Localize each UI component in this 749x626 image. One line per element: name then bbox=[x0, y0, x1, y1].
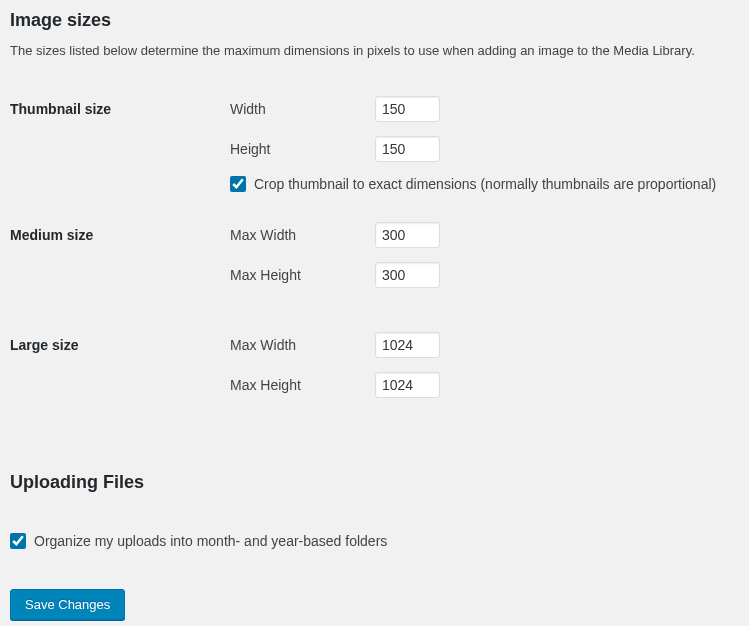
thumbnail-width-label: Width bbox=[230, 101, 375, 117]
save-changes-button[interactable]: Save Changes bbox=[10, 589, 125, 620]
large-max-height-input[interactable] bbox=[375, 372, 440, 398]
settings-table: Thumbnail size Width Height Crop thumbna… bbox=[10, 86, 739, 432]
thumbnail-height-label: Height bbox=[230, 141, 375, 157]
thumbnail-height-input[interactable] bbox=[375, 136, 440, 162]
medium-max-height-input[interactable] bbox=[375, 262, 440, 288]
thumbnail-size-heading: Thumbnail size bbox=[10, 86, 230, 212]
thumbnail-crop-label: Crop thumbnail to exact dimensions (norm… bbox=[254, 176, 716, 192]
organize-uploads-label: Organize my uploads into month- and year… bbox=[34, 533, 387, 549]
medium-max-height-label: Max Height bbox=[230, 267, 375, 283]
image-sizes-heading: Image sizes bbox=[10, 10, 739, 31]
medium-max-width-input[interactable] bbox=[375, 222, 440, 248]
large-max-width-label: Max Width bbox=[230, 337, 375, 353]
image-sizes-description: The sizes listed below determine the max… bbox=[10, 43, 739, 58]
medium-size-heading: Medium size bbox=[10, 212, 230, 322]
organize-uploads-checkbox[interactable] bbox=[10, 533, 26, 549]
medium-max-width-label: Max Width bbox=[230, 227, 375, 243]
large-max-width-input[interactable] bbox=[375, 332, 440, 358]
large-max-height-label: Max Height bbox=[230, 377, 375, 393]
uploading-files-heading: Uploading Files bbox=[10, 472, 739, 493]
thumbnail-width-input[interactable] bbox=[375, 96, 440, 122]
thumbnail-crop-checkbox[interactable] bbox=[230, 176, 246, 192]
large-size-heading: Large size bbox=[10, 322, 230, 432]
